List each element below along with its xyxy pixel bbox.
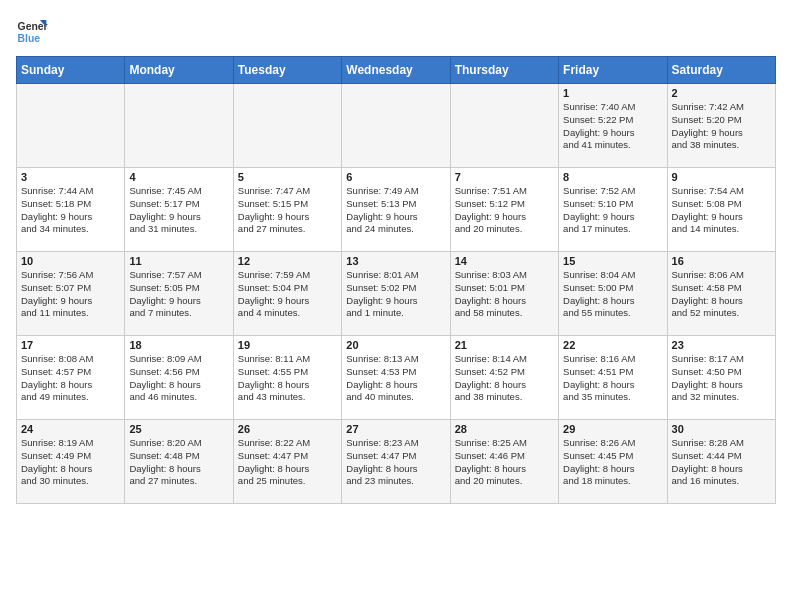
calendar-cell: 26Sunrise: 8:22 AM Sunset: 4:47 PM Dayli… [233, 420, 341, 504]
day-number: 5 [238, 171, 337, 183]
day-number: 13 [346, 255, 445, 267]
weekday-header-thursday: Thursday [450, 57, 558, 84]
calendar-cell: 9Sunrise: 7:54 AM Sunset: 5:08 PM Daylig… [667, 168, 775, 252]
day-info: Sunrise: 7:54 AM Sunset: 5:08 PM Dayligh… [672, 185, 771, 236]
calendar-header: SundayMondayTuesdayWednesdayThursdayFrid… [17, 57, 776, 84]
calendar-cell: 16Sunrise: 8:06 AM Sunset: 4:58 PM Dayli… [667, 252, 775, 336]
calendar-cell: 4Sunrise: 7:45 AM Sunset: 5:17 PM Daylig… [125, 168, 233, 252]
day-number: 29 [563, 423, 662, 435]
day-number: 2 [672, 87, 771, 99]
day-info: Sunrise: 7:51 AM Sunset: 5:12 PM Dayligh… [455, 185, 554, 236]
day-info: Sunrise: 7:49 AM Sunset: 5:13 PM Dayligh… [346, 185, 445, 236]
day-info: Sunrise: 8:22 AM Sunset: 4:47 PM Dayligh… [238, 437, 337, 488]
calendar-cell: 22Sunrise: 8:16 AM Sunset: 4:51 PM Dayli… [559, 336, 667, 420]
calendar-cell: 25Sunrise: 8:20 AM Sunset: 4:48 PM Dayli… [125, 420, 233, 504]
day-number: 15 [563, 255, 662, 267]
calendar-cell: 19Sunrise: 8:11 AM Sunset: 4:55 PM Dayli… [233, 336, 341, 420]
calendar-cell: 29Sunrise: 8:26 AM Sunset: 4:45 PM Dayli… [559, 420, 667, 504]
logo: General Blue [16, 16, 44, 48]
day-info: Sunrise: 8:06 AM Sunset: 4:58 PM Dayligh… [672, 269, 771, 320]
calendar-cell: 15Sunrise: 8:04 AM Sunset: 5:00 PM Dayli… [559, 252, 667, 336]
day-number: 17 [21, 339, 120, 351]
day-number: 16 [672, 255, 771, 267]
calendar-cell: 18Sunrise: 8:09 AM Sunset: 4:56 PM Dayli… [125, 336, 233, 420]
calendar-table: SundayMondayTuesdayWednesdayThursdayFrid… [16, 56, 776, 504]
weekday-row: SundayMondayTuesdayWednesdayThursdayFrid… [17, 57, 776, 84]
calendar-cell: 23Sunrise: 8:17 AM Sunset: 4:50 PM Dayli… [667, 336, 775, 420]
day-info: Sunrise: 8:28 AM Sunset: 4:44 PM Dayligh… [672, 437, 771, 488]
logo-icon: General Blue [16, 16, 48, 48]
calendar-cell: 1Sunrise: 7:40 AM Sunset: 5:22 PM Daylig… [559, 84, 667, 168]
day-info: Sunrise: 8:03 AM Sunset: 5:01 PM Dayligh… [455, 269, 554, 320]
svg-text:Blue: Blue [18, 33, 41, 44]
calendar-cell: 12Sunrise: 7:59 AM Sunset: 5:04 PM Dayli… [233, 252, 341, 336]
day-info: Sunrise: 7:44 AM Sunset: 5:18 PM Dayligh… [21, 185, 120, 236]
day-number: 27 [346, 423, 445, 435]
calendar-week-0: 1Sunrise: 7:40 AM Sunset: 5:22 PM Daylig… [17, 84, 776, 168]
calendar-cell: 13Sunrise: 8:01 AM Sunset: 5:02 PM Dayli… [342, 252, 450, 336]
day-info: Sunrise: 8:26 AM Sunset: 4:45 PM Dayligh… [563, 437, 662, 488]
calendar-cell: 27Sunrise: 8:23 AM Sunset: 4:47 PM Dayli… [342, 420, 450, 504]
day-number: 4 [129, 171, 228, 183]
weekday-header-monday: Monday [125, 57, 233, 84]
day-number: 12 [238, 255, 337, 267]
day-number: 22 [563, 339, 662, 351]
day-number: 7 [455, 171, 554, 183]
calendar-cell: 8Sunrise: 7:52 AM Sunset: 5:10 PM Daylig… [559, 168, 667, 252]
weekday-header-wednesday: Wednesday [342, 57, 450, 84]
calendar-cell: 17Sunrise: 8:08 AM Sunset: 4:57 PM Dayli… [17, 336, 125, 420]
calendar-cell: 30Sunrise: 8:28 AM Sunset: 4:44 PM Dayli… [667, 420, 775, 504]
day-info: Sunrise: 8:01 AM Sunset: 5:02 PM Dayligh… [346, 269, 445, 320]
calendar-cell: 11Sunrise: 7:57 AM Sunset: 5:05 PM Dayli… [125, 252, 233, 336]
day-number: 14 [455, 255, 554, 267]
day-info: Sunrise: 8:20 AM Sunset: 4:48 PM Dayligh… [129, 437, 228, 488]
day-info: Sunrise: 8:23 AM Sunset: 4:47 PM Dayligh… [346, 437, 445, 488]
calendar-body: 1Sunrise: 7:40 AM Sunset: 5:22 PM Daylig… [17, 84, 776, 504]
calendar-cell: 28Sunrise: 8:25 AM Sunset: 4:46 PM Dayli… [450, 420, 558, 504]
day-info: Sunrise: 7:59 AM Sunset: 5:04 PM Dayligh… [238, 269, 337, 320]
calendar-cell: 5Sunrise: 7:47 AM Sunset: 5:15 PM Daylig… [233, 168, 341, 252]
calendar-cell: 6Sunrise: 7:49 AM Sunset: 5:13 PM Daylig… [342, 168, 450, 252]
calendar-cell: 14Sunrise: 8:03 AM Sunset: 5:01 PM Dayli… [450, 252, 558, 336]
day-info: Sunrise: 8:17 AM Sunset: 4:50 PM Dayligh… [672, 353, 771, 404]
calendar-cell [450, 84, 558, 168]
calendar-cell: 10Sunrise: 7:56 AM Sunset: 5:07 PM Dayli… [17, 252, 125, 336]
day-info: Sunrise: 8:19 AM Sunset: 4:49 PM Dayligh… [21, 437, 120, 488]
day-number: 3 [21, 171, 120, 183]
day-number: 6 [346, 171, 445, 183]
day-number: 9 [672, 171, 771, 183]
weekday-header-tuesday: Tuesday [233, 57, 341, 84]
day-info: Sunrise: 7:56 AM Sunset: 5:07 PM Dayligh… [21, 269, 120, 320]
day-info: Sunrise: 8:11 AM Sunset: 4:55 PM Dayligh… [238, 353, 337, 404]
day-info: Sunrise: 8:09 AM Sunset: 4:56 PM Dayligh… [129, 353, 228, 404]
weekday-header-friday: Friday [559, 57, 667, 84]
calendar-week-3: 17Sunrise: 8:08 AM Sunset: 4:57 PM Dayli… [17, 336, 776, 420]
day-info: Sunrise: 8:16 AM Sunset: 4:51 PM Dayligh… [563, 353, 662, 404]
day-number: 28 [455, 423, 554, 435]
weekday-header-sunday: Sunday [17, 57, 125, 84]
calendar-cell: 7Sunrise: 7:51 AM Sunset: 5:12 PM Daylig… [450, 168, 558, 252]
day-info: Sunrise: 8:13 AM Sunset: 4:53 PM Dayligh… [346, 353, 445, 404]
calendar-week-1: 3Sunrise: 7:44 AM Sunset: 5:18 PM Daylig… [17, 168, 776, 252]
day-number: 8 [563, 171, 662, 183]
day-info: Sunrise: 7:52 AM Sunset: 5:10 PM Dayligh… [563, 185, 662, 236]
day-number: 19 [238, 339, 337, 351]
day-number: 24 [21, 423, 120, 435]
day-number: 30 [672, 423, 771, 435]
page-header: General Blue [16, 16, 776, 48]
day-number: 20 [346, 339, 445, 351]
day-number: 21 [455, 339, 554, 351]
day-info: Sunrise: 8:14 AM Sunset: 4:52 PM Dayligh… [455, 353, 554, 404]
day-info: Sunrise: 7:45 AM Sunset: 5:17 PM Dayligh… [129, 185, 228, 236]
day-info: Sunrise: 7:47 AM Sunset: 5:15 PM Dayligh… [238, 185, 337, 236]
day-number: 1 [563, 87, 662, 99]
day-info: Sunrise: 7:57 AM Sunset: 5:05 PM Dayligh… [129, 269, 228, 320]
calendar-cell: 3Sunrise: 7:44 AM Sunset: 5:18 PM Daylig… [17, 168, 125, 252]
calendar-week-4: 24Sunrise: 8:19 AM Sunset: 4:49 PM Dayli… [17, 420, 776, 504]
day-info: Sunrise: 8:08 AM Sunset: 4:57 PM Dayligh… [21, 353, 120, 404]
calendar-cell: 2Sunrise: 7:42 AM Sunset: 5:20 PM Daylig… [667, 84, 775, 168]
day-number: 18 [129, 339, 228, 351]
calendar-week-2: 10Sunrise: 7:56 AM Sunset: 5:07 PM Dayli… [17, 252, 776, 336]
day-info: Sunrise: 7:40 AM Sunset: 5:22 PM Dayligh… [563, 101, 662, 152]
day-info: Sunrise: 8:25 AM Sunset: 4:46 PM Dayligh… [455, 437, 554, 488]
